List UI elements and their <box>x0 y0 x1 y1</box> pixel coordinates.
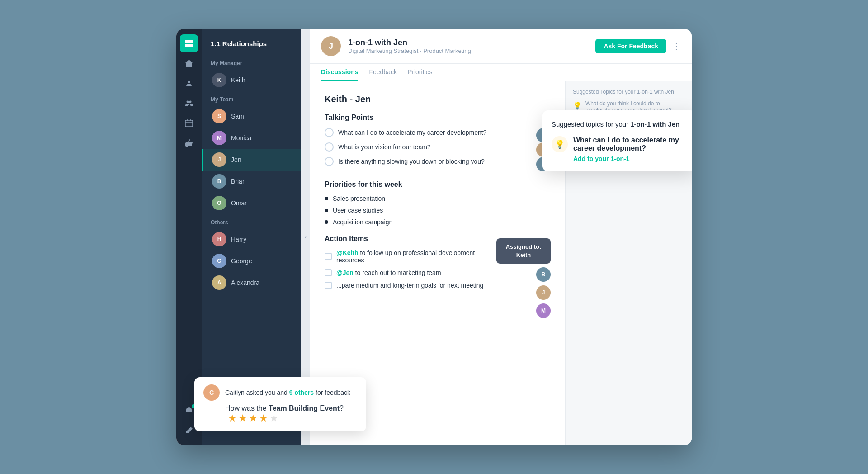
avatar-monica: M <box>212 131 226 145</box>
avatar-sam: S <box>212 109 226 123</box>
nav-person-sam-name: Sam <box>231 113 244 120</box>
sidebar-icon-home[interactable] <box>180 54 198 72</box>
notif-name: Caitlyn <box>225 389 245 396</box>
tp-text-2: What is your vision for our team? <box>338 143 431 151</box>
mention-jen: @Jen <box>336 269 354 276</box>
nav-person-keith[interactable]: K Keith <box>202 69 301 91</box>
star-3[interactable]: ★ <box>249 412 258 424</box>
priority-text-3: Acquisition campaign <box>333 218 392 226</box>
tab-discussions[interactable]: Discussions <box>321 64 358 81</box>
nav-person-harry[interactable]: H Harry <box>202 228 301 250</box>
sidebar-icon-calendar[interactable] <box>180 114 198 132</box>
nav-person-alexandra[interactable]: A Alexandra <box>202 272 301 294</box>
talking-point-row-3: Is there anything slowing you down or bl… <box>325 157 551 171</box>
tp-checkbox-3[interactable] <box>325 157 334 166</box>
app-window: 1:1 Relationships My Manager K Keith My … <box>176 29 692 445</box>
left-nav-title: 1:1 Relationships <box>202 36 301 55</box>
talking-point-row-1: What can I do to accelerate my career de… <box>325 128 551 142</box>
sidebar-icon-thumbs[interactable] <box>180 134 198 152</box>
ai-checkbox-1[interactable] <box>325 253 332 260</box>
bottom-notification: C Caitlyn asked you and 9 others for fee… <box>194 377 366 431</box>
talking-point-2: What is your vision for our team? <box>325 142 531 152</box>
priority-text-1: Sales presentation <box>333 195 385 202</box>
star-2[interactable]: ★ <box>238 412 247 424</box>
action-avatar-3: M <box>536 303 551 318</box>
nav-person-jen[interactable]: J Jen <box>202 149 301 171</box>
tp-checkbox-2[interactable] <box>325 142 334 152</box>
assigned-badge: Assigned to: Keith <box>496 238 551 264</box>
priority-text-2: User case studies <box>333 207 383 214</box>
priority-1: Sales presentation <box>325 195 551 202</box>
popup-title-highlight: 1-on-1 with Jen <box>630 120 679 128</box>
nav-person-monica-name: Monica <box>231 134 251 142</box>
popup-topic-icon: 💡 <box>552 136 568 152</box>
nav-person-george-name: George <box>231 257 252 265</box>
tp-text-3: Is there anything slowing you down or bl… <box>338 158 485 165</box>
action-avatar-1: B <box>536 267 551 282</box>
tabs: Discussions Feedback Priorities <box>310 64 692 81</box>
assigned-label: Assigned to: <box>506 243 542 250</box>
tp-content-2: What is your vision for our team? <box>325 142 531 157</box>
nav-person-sam[interactable]: S Sam <box>202 105 301 127</box>
star-4[interactable]: ★ <box>259 412 268 424</box>
my-manager-label: My Manager <box>202 55 301 69</box>
avatar-brian: B <box>212 174 226 189</box>
nav-person-brian-name: Brian <box>231 178 246 185</box>
ai-checkbox-2[interactable] <box>325 269 332 276</box>
sidebar-icon-grid[interactable] <box>180 34 198 52</box>
popup-topic-question: What can I do to accelerate my career de… <box>573 136 687 152</box>
svg-rect-0 <box>185 40 189 43</box>
action-item-2: @Jen to reach out to marketing team <box>325 269 489 276</box>
tp-content-1: What can I do to accelerate my career de… <box>325 128 531 142</box>
star-5[interactable]: ★ <box>269 412 278 424</box>
sidebar-icon-users[interactable] <box>180 94 198 112</box>
ask-feedback-button[interactable]: Ask For Feedback <box>595 39 666 53</box>
header-title: 1-on-1 with Jen <box>348 38 471 47</box>
svg-rect-2 <box>185 44 189 47</box>
notif-text: Caitlyn asked you and 9 others for feedb… <box>225 389 350 396</box>
header-avatar: J <box>321 36 341 56</box>
priority-dot-2 <box>325 209 328 212</box>
my-team-label: My Team <box>202 91 301 105</box>
notif-bottom: How was the Team Building Event? ★ ★ ★ ★… <box>203 404 357 424</box>
priority-2: User case studies <box>325 207 551 214</box>
popup-add-link[interactable]: Add to your 1-on-1 <box>573 155 687 162</box>
tp-checkbox-1[interactable] <box>325 128 334 137</box>
notif-top: C Caitlyn asked you and 9 others for fee… <box>203 384 357 401</box>
nav-person-george[interactable]: G George <box>202 250 301 272</box>
tab-priorities[interactable]: Priorities <box>408 64 432 81</box>
nav-person-monica[interactable]: M Monica <box>202 127 301 149</box>
popup-topic-content: What can I do to accelerate my career de… <box>573 136 687 162</box>
assigned-to: Keith <box>516 251 531 258</box>
header-subtitle: Digital Marketing Strategist · Product M… <box>348 47 471 54</box>
star-1[interactable]: ★ <box>228 412 237 424</box>
talking-point-3: Is there anything slowing you down or bl… <box>325 157 531 166</box>
nav-person-brian[interactable]: B Brian <box>202 171 301 192</box>
nav-person-alexandra-name: Alexandra <box>231 279 259 286</box>
stars: ★ ★ ★ ★ ★ <box>228 412 278 424</box>
priority-3: Acquisition campaign <box>325 218 551 226</box>
topic-icon-1: 💡 <box>573 101 582 110</box>
ai-text-3: ...pare medium and long-term goals for n… <box>336 282 483 289</box>
priority-dot-1 <box>325 197 328 200</box>
nav-person-omar-name: Omar <box>231 199 247 207</box>
mention-keith: @Keith <box>336 249 359 256</box>
talking-points-heading: Talking Points <box>325 114 551 122</box>
svg-rect-1 <box>189 40 193 43</box>
notif-others-link[interactable]: 9 others <box>289 389 314 396</box>
suggested-popup: Suggested topics for your 1-on-1 with Je… <box>542 110 692 171</box>
svg-point-4 <box>188 81 190 83</box>
header-actions: Ask For Feedback ⋮ <box>595 39 681 53</box>
avatar-harry: H <box>212 232 226 246</box>
others-label: Others <box>202 214 301 228</box>
action-item-1: @Keith to follow up on professional deve… <box>325 249 489 264</box>
more-options-button[interactable]: ⋮ <box>672 41 681 52</box>
popup-title: Suggested topics for your 1-on-1 with Je… <box>552 119 687 129</box>
sidebar-icon-user[interactable] <box>180 74 198 92</box>
nav-person-omar[interactable]: O Omar <box>202 192 301 214</box>
ai-checkbox-3[interactable] <box>325 282 332 289</box>
svg-point-6 <box>189 101 192 103</box>
tab-feedback[interactable]: Feedback <box>369 64 396 81</box>
nav-person-jen-name: Jen <box>231 156 241 163</box>
avatar-omar: O <box>212 196 226 210</box>
